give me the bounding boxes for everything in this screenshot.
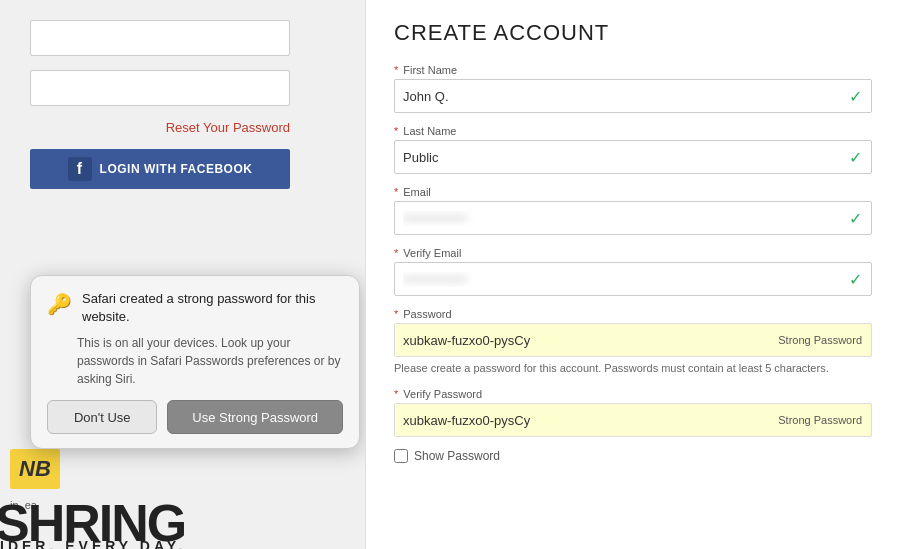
verify-password-group: * Verify Password Strong Password bbox=[394, 388, 872, 437]
verify-password-label: * Verify Password bbox=[394, 388, 872, 400]
field-wrapper-0: ✓ bbox=[394, 79, 872, 113]
popup-header: 🔑 Safari created a strong password for t… bbox=[47, 290, 343, 326]
required-star-verify: * bbox=[394, 388, 398, 400]
required-star: * bbox=[394, 186, 398, 198]
required-star: * bbox=[394, 247, 398, 259]
password-input[interactable] bbox=[30, 70, 290, 106]
field-label-0: *First Name bbox=[394, 64, 872, 76]
check-icon: ✓ bbox=[849, 148, 862, 167]
nb-logo: NB bbox=[10, 449, 60, 489]
password-hint: Please create a password for this accoun… bbox=[394, 361, 872, 376]
required-star: * bbox=[394, 125, 398, 137]
password-input-wrapper: Strong Password bbox=[394, 323, 872, 357]
form-fields: *First Name✓*Last Name✓*Email✓*Verify Em… bbox=[394, 64, 872, 296]
verify-password-input-wrapper: Strong Password bbox=[394, 403, 872, 437]
show-password-row: Show Password bbox=[394, 449, 872, 463]
left-panel: Reset Your Password f LOGIN WITH FACEBOO… bbox=[0, 0, 365, 549]
check-icon: ✓ bbox=[849, 87, 862, 106]
show-password-label: Show Password bbox=[414, 449, 500, 463]
field-input-3[interactable] bbox=[394, 262, 872, 296]
check-icon: ✓ bbox=[849, 270, 862, 289]
safari-password-popup: 🔑 Safari created a strong password for t… bbox=[30, 275, 360, 449]
brand-tagline-sub: IDER. EVERY DAY. bbox=[0, 538, 186, 549]
right-panel: CREATE ACCOUNT *First Name✓*Last Name✓*E… bbox=[365, 0, 900, 549]
field-label-1: *Last Name bbox=[394, 125, 872, 137]
field-label-2: *Email bbox=[394, 186, 872, 198]
field-group-1: *Last Name✓ bbox=[394, 125, 872, 174]
password-label: * Password bbox=[394, 308, 872, 320]
field-wrapper-1: ✓ bbox=[394, 140, 872, 174]
facebook-icon: f bbox=[68, 157, 92, 181]
dont-use-button[interactable]: Don't Use bbox=[47, 400, 157, 434]
form-title: CREATE ACCOUNT bbox=[394, 20, 872, 46]
field-label-3: *Verify Email bbox=[394, 247, 872, 259]
field-wrapper-2: ✓ bbox=[394, 201, 872, 235]
facebook-login-button[interactable]: f LOGIN WITH FACEBOOK bbox=[30, 149, 290, 189]
field-group-3: *Verify Email✓ bbox=[394, 247, 872, 296]
username-input[interactable] bbox=[30, 20, 290, 56]
password-group: * Password Strong Password Please create… bbox=[394, 308, 872, 376]
required-star: * bbox=[394, 308, 398, 320]
password-strength-label: Strong Password bbox=[778, 334, 862, 346]
verify-password-strength-label: Strong Password bbox=[778, 414, 862, 426]
use-strong-password-button[interactable]: Use Strong Password bbox=[167, 400, 343, 434]
show-password-checkbox[interactable] bbox=[394, 449, 408, 463]
field-group-0: *First Name✓ bbox=[394, 64, 872, 113]
popup-title: Safari created a strong password for thi… bbox=[82, 290, 343, 326]
popup-body: This is on all your devices. Look up you… bbox=[47, 334, 343, 388]
field-input-0[interactable] bbox=[394, 79, 872, 113]
field-wrapper-3: ✓ bbox=[394, 262, 872, 296]
check-icon: ✓ bbox=[849, 209, 862, 228]
facebook-btn-label: LOGIN WITH FACEBOOK bbox=[100, 162, 253, 176]
field-input-2[interactable] bbox=[394, 201, 872, 235]
reset-password-link[interactable]: Reset Your Password bbox=[30, 120, 290, 135]
key-icon: 🔑 bbox=[47, 292, 72, 316]
field-input-1[interactable] bbox=[394, 140, 872, 174]
field-group-2: *Email✓ bbox=[394, 186, 872, 235]
nb-badge: NB bbox=[10, 449, 60, 489]
required-star: * bbox=[394, 64, 398, 76]
popup-buttons: Don't Use Use Strong Password bbox=[47, 400, 343, 434]
